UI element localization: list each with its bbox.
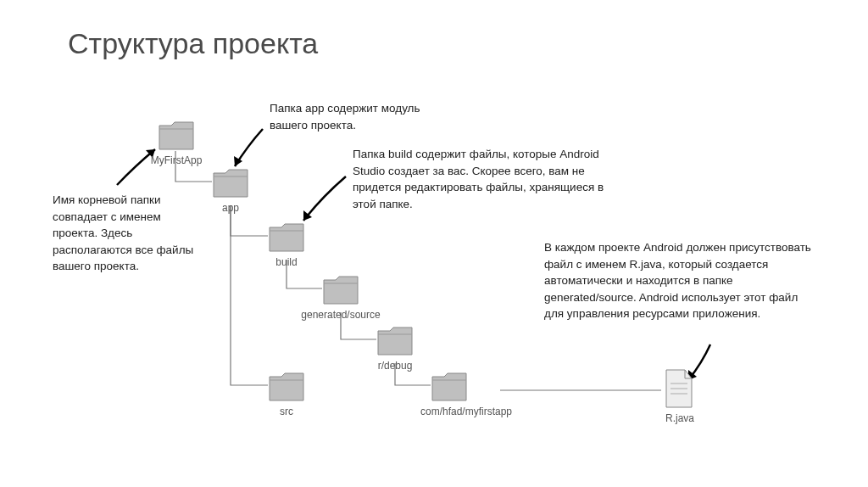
file-rjava — [663, 368, 695, 409]
folder-comhfad — [431, 372, 468, 402]
annotation-build: Папка build содержит файлы, которые Andr… — [353, 146, 607, 212]
file-rjava-label: R.java — [629, 412, 731, 424]
annotation-root: Имя корневой папки совпадает с именем пр… — [53, 192, 205, 275]
page-title: Структура проекта — [68, 27, 318, 60]
folder-generated — [322, 275, 359, 305]
annotation-rjava: В каждом проекте Android должен присутст… — [544, 239, 815, 322]
folder-build — [268, 222, 305, 253]
folder-rdebug-label: r/debug — [344, 360, 446, 372]
folder-generated-label: generated/source — [290, 309, 392, 321]
folder-app — [212, 168, 249, 199]
folder-comhfad-label: com/hfad/myfirstapp — [398, 406, 534, 417]
annotation-app: Папка app содержит модуль вашего проекта… — [270, 100, 456, 133]
folder-rdebug — [376, 326, 414, 356]
folder-root — [158, 120, 195, 151]
folder-root-label: MyFirstApp — [125, 154, 227, 166]
folder-build-label: build — [236, 256, 337, 268]
folder-src-label: src — [236, 406, 337, 417]
folder-src — [268, 372, 305, 402]
